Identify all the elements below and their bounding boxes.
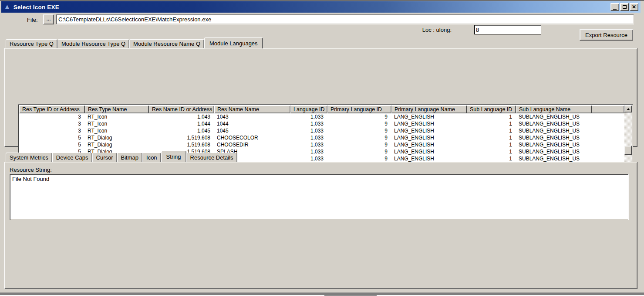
- table-cell: 1,519,608: [149, 134, 214, 141]
- tab-resource-details[interactable]: Resource Details: [186, 153, 237, 162]
- table-row[interactable]: 3RT_Icon1,04410441,0339LANG_ENGLISH1SUBL…: [19, 120, 624, 127]
- table-cell: RT_Icon: [85, 120, 149, 127]
- table-cell: 9: [327, 141, 391, 148]
- browse-button[interactable]: ...: [43, 14, 54, 24]
- tab-cursor[interactable]: Cursor: [92, 153, 117, 162]
- column-header-res-name-name[interactable]: Res Name Name: [214, 105, 290, 113]
- column-header-blank[interactable]: [592, 105, 624, 113]
- column-header-res-type-id-or-address[interactable]: Res Type ID or Address: [19, 105, 85, 113]
- loc-input[interactable]: [474, 25, 541, 34]
- table-cell: 1043: [214, 113, 290, 120]
- column-header-primary-language-id[interactable]: Primary Language ID: [327, 105, 391, 113]
- table-cell: 1: [467, 127, 516, 134]
- table-cell: 9: [327, 134, 391, 141]
- table-row[interactable]: 3RT_Icon1,04510451,0339LANG_ENGLISH1SUBL…: [19, 127, 624, 134]
- table-cell: [592, 134, 624, 141]
- close-button[interactable]: ✕: [630, 3, 638, 11]
- table-cell: 3: [19, 120, 85, 127]
- table-cell: 9: [327, 120, 391, 127]
- title-bar: ▲ Select Icon EXE ✕: [1, 1, 641, 13]
- column-header-sub-language-id[interactable]: Sub Language ID: [467, 105, 516, 113]
- table-cell: 1,033: [290, 127, 327, 134]
- table-cell: SUBLANG_ENGLISH_US: [516, 120, 592, 127]
- file-path-input[interactable]: [56, 14, 634, 24]
- tab-module-resource-name-q[interactable]: Module Resource Name Q: [129, 39, 204, 48]
- app-icon: ▲: [4, 3, 10, 10]
- table-cell: 1,033: [290, 155, 327, 162]
- table-cell: 1: [467, 148, 516, 155]
- table-cell: SUBLANG_ENGLISH_US: [516, 148, 592, 155]
- table-cell: SUBLANG_ENGLISH_US: [516, 113, 592, 120]
- tab-device-caps[interactable]: Device Caps: [52, 153, 92, 162]
- window-top-edge: [0, 0, 644, 1]
- table-cell: 1,033: [290, 120, 327, 127]
- column-header-language-id[interactable]: Language ID: [290, 105, 327, 113]
- tab-module-resource-type-q[interactable]: Module Resource Type Q: [57, 39, 129, 48]
- table-cell: RT_Icon: [85, 127, 149, 134]
- tab-resource-type-q[interactable]: Resource Type Q: [6, 39, 57, 48]
- module-languages-page: Res Type ID or AddressRes Type NameRes N…: [4, 48, 637, 147]
- table-cell: 3: [19, 127, 85, 134]
- table-cell: 3: [19, 113, 85, 120]
- table-cell: 1: [467, 134, 516, 141]
- maximize-icon: [623, 5, 627, 9]
- table-cell: SUBLANG_ENGLISH_US: [516, 155, 592, 162]
- table-cell: 9: [327, 148, 391, 155]
- window-controls: ✕: [610, 3, 638, 11]
- table-cell: CHOOSEDIR: [214, 141, 290, 148]
- column-header-res-name-id-or-address[interactable]: Res Name ID or Address: [149, 105, 214, 113]
- table-cell: 1,519,608: [149, 141, 214, 148]
- column-header-res-type-name[interactable]: Res Type Name: [85, 105, 149, 113]
- table-cell: SUBLANG_ENGLISH_US: [516, 134, 592, 141]
- minimize-icon: [613, 9, 617, 10]
- file-label: File:: [27, 17, 38, 23]
- table-cell: 1,043: [149, 113, 214, 120]
- loc-label: Loc : ulong:: [403, 27, 452, 33]
- table-cell: [592, 113, 624, 120]
- arrow-up-icon: [627, 106, 630, 110]
- table-cell: LANG_ENGLISH: [391, 141, 467, 148]
- table-cell: 1044: [214, 120, 290, 127]
- detail-tabstrip: System MetricsDevice CapsCursorBitmapIco…: [6, 151, 237, 162]
- table-cell: SUBLANG_ENGLISH_US: [516, 141, 592, 148]
- table-cell: [592, 127, 624, 134]
- table-cell: RT_Dialog: [85, 141, 149, 148]
- tab-icon[interactable]: Icon: [142, 153, 161, 162]
- table-cell: 1,033: [290, 141, 327, 148]
- table-cell: RT_Icon: [85, 113, 149, 120]
- table-cell: 9: [327, 113, 391, 120]
- export-resource-button[interactable]: Export Resource: [580, 29, 633, 41]
- vertical-scroll-thumb[interactable]: [624, 146, 632, 155]
- table-cell: [592, 120, 624, 127]
- table-cell: 1,044: [149, 120, 214, 127]
- column-header-primary-language-name[interactable]: Primary Language Name: [391, 105, 467, 113]
- maximize-button[interactable]: [620, 3, 629, 11]
- table-cell: [592, 141, 624, 148]
- tab-module-languages[interactable]: Module Languages: [204, 37, 263, 48]
- resource-string-box[interactable]: File Not Found: [10, 174, 629, 220]
- table-cell: 5: [19, 141, 85, 148]
- tab-system-metrics[interactable]: System Metrics: [6, 153, 52, 162]
- table-row[interactable]: 3RT_Icon1,04310431,0339LANG_ENGLISH1SUBL…: [19, 113, 624, 120]
- tab-bitmap[interactable]: Bitmap: [117, 153, 142, 162]
- tab-string[interactable]: String: [161, 151, 186, 162]
- table-cell: LANG_ENGLISH: [391, 155, 467, 162]
- scroll-up-button[interactable]: [624, 105, 632, 112]
- column-header-sub-language-name[interactable]: Sub Language Name: [516, 105, 592, 113]
- window-title: Select Icon EXE: [13, 4, 59, 10]
- table-cell: [592, 148, 624, 155]
- table-cell: 1: [467, 141, 516, 148]
- minimize-button[interactable]: [610, 3, 619, 11]
- close-icon: ✕: [632, 4, 636, 10]
- table-cell: LANG_ENGLISH: [391, 113, 467, 120]
- table-row[interactable]: 5RT_Dialog1,519,608CHOOSECOLOR1,0339LANG…: [19, 134, 624, 141]
- table-cell: 1,033: [290, 148, 327, 155]
- table-cell: 9: [327, 155, 391, 162]
- table-cell: 1: [467, 155, 516, 162]
- table-row[interactable]: 5RT_Dialog1,519,608CHOOSEDIR1,0339LANG_E…: [19, 141, 624, 148]
- screen: ▲ Select Icon EXE ✕ File: ... Loc : ulon…: [0, 0, 644, 296]
- table-cell: RT_Dialog: [85, 134, 149, 141]
- table-cell: [592, 155, 624, 162]
- table-cell: 1,033: [290, 113, 327, 120]
- table-cell: 1: [467, 113, 516, 120]
